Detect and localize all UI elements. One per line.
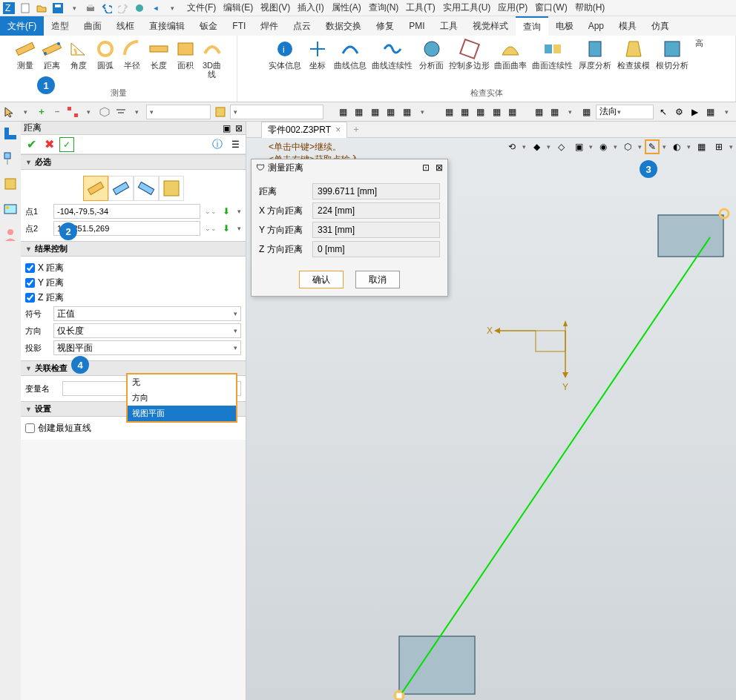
tab-fti[interactable]: FTI: [225, 16, 253, 36]
tb-gear-icon[interactable]: ⚙: [672, 105, 685, 119]
chk-xdist[interactable]: [25, 263, 35, 273]
btn-ctrlpoly[interactable]: 控制多边形: [449, 37, 490, 82]
tab-directedit[interactable]: 直接编辑: [142, 16, 192, 36]
tab-mold[interactable]: 模具: [611, 16, 644, 36]
dialog-pin-icon[interactable]: ⊡: [422, 162, 430, 173]
pt2-pick-icon[interactable]: ⬇: [220, 222, 233, 235]
proj-opt-direction[interactable]: 方向: [128, 390, 236, 406]
sidetab-image-icon[interactable]: [3, 202, 18, 217]
sidetab-box-icon[interactable]: [3, 176, 18, 191]
filter-dropdown-2[interactable]: ▾: [230, 105, 323, 119]
tab-dataex[interactable]: 数据交换: [318, 16, 369, 36]
btn-entityinfo[interactable]: i实体信息: [266, 37, 303, 82]
filter-dropdown-1[interactable]: ▾: [146, 105, 211, 119]
tab-shape[interactable]: 造型: [44, 16, 76, 36]
mode-2-icon[interactable]: [108, 176, 134, 201]
tab-vstyle[interactable]: 视觉样式: [465, 16, 516, 36]
qat-dropdown-icon[interactable]: ▾: [166, 2, 178, 14]
nav-left-icon[interactable]: ◄: [150, 2, 162, 14]
sidetab-measure-icon[interactable]: [3, 126, 18, 141]
box-icon[interactable]: [214, 105, 226, 119]
tab-surface[interactable]: 曲面: [76, 16, 109, 36]
btn-area[interactable]: 面积: [173, 37, 198, 82]
viewport[interactable]: 零件002.Z3PRT × ＋ <单击中键>继续。 <单击右键>获取点输入。 ⟲…: [246, 122, 736, 700]
btn-length[interactable]: 长度: [146, 37, 171, 82]
remove-icon[interactable]: －: [50, 105, 63, 119]
btn-curveinfo[interactable]: 曲线信息: [332, 37, 369, 82]
cursor-icon[interactable]: [3, 105, 16, 119]
tab-query[interactable]: 查询: [516, 16, 548, 36]
settings-icon[interactable]: ☰: [228, 137, 243, 152]
tab-wire[interactable]: 线框: [109, 16, 142, 36]
tb-play-icon[interactable]: ▶: [689, 105, 701, 119]
menu-view[interactable]: 视图(V): [260, 1, 290, 14]
menu-insert[interactable]: 插入(I): [298, 1, 323, 14]
tab-file[interactable]: 文件(F): [0, 16, 44, 36]
cancel-icon[interactable]: ✖: [42, 137, 56, 152]
menu-help[interactable]: 帮助(H): [575, 1, 605, 14]
redo-icon[interactable]: [117, 2, 129, 14]
doc-tab-close-icon[interactable]: ×: [335, 125, 341, 135]
tb-icon-10[interactable]: ▦: [506, 105, 519, 119]
tab-sheetmetal[interactable]: 钣金: [192, 16, 225, 36]
panel-restore-icon[interactable]: ▣: [223, 123, 231, 133]
menu-tools[interactable]: 工具(T): [406, 1, 435, 14]
btn-distance[interactable]: 距离: [39, 37, 65, 82]
btn-draft[interactable]: 检查拔模: [615, 37, 652, 82]
tb-icon-4[interactable]: ▦: [384, 105, 397, 119]
section-resultctrl[interactable]: 结果控制: [21, 241, 246, 257]
add-icon[interactable]: ＋: [35, 105, 47, 119]
chk-ydist[interactable]: [25, 278, 35, 288]
sidetab-user-icon[interactable]: [3, 227, 18, 242]
menu-file[interactable]: 文件(F): [187, 1, 216, 14]
menu-edit[interactable]: 编辑(E): [223, 1, 253, 14]
grid-select-icon[interactable]: [67, 105, 79, 119]
tb-icon-7[interactable]: ▦: [459, 105, 471, 119]
btn-more[interactable]: 高: [692, 37, 707, 82]
dialog-cancel-button[interactable]: 取消: [355, 271, 400, 288]
proj-opt-viewplane[interactable]: 视图平面: [128, 406, 236, 421]
tb-icon-5[interactable]: ▦: [400, 105, 413, 119]
undo-icon[interactable]: [101, 2, 113, 14]
btn-measure[interactable]: 测量: [13, 37, 38, 82]
pt2-chev-icon[interactable]: ⌄⌄: [205, 225, 215, 232]
btn-coord[interactable]: 坐标: [305, 37, 330, 82]
btn-surfcont[interactable]: 曲面连续性: [530, 37, 575, 82]
tb-icon-12[interactable]: ▦: [548, 105, 561, 119]
dialog-close-icon[interactable]: ⊠: [436, 162, 443, 173]
proj-opt-none[interactable]: 无: [128, 374, 236, 390]
mode-4-icon[interactable]: [159, 176, 184, 201]
print-icon[interactable]: [85, 2, 96, 14]
manager-icon[interactable]: [134, 2, 145, 14]
tb-icon-3[interactable]: ▦: [369, 105, 381, 119]
btn-thickness[interactable]: 厚度分析: [576, 37, 614, 82]
menu-query[interactable]: 查询(N): [369, 1, 399, 14]
btn-section[interactable]: 分析面: [416, 37, 447, 82]
filter-icon[interactable]: [114, 105, 127, 119]
menu-apps[interactable]: 应用(P): [498, 1, 528, 14]
tab-pointcloud[interactable]: 点云: [286, 16, 318, 36]
tb-icon-13[interactable]: ▦: [580, 105, 593, 119]
menu-attr[interactable]: 属性(A): [332, 1, 361, 14]
tab-repair[interactable]: 修复: [369, 16, 401, 36]
tab-app[interactable]: App: [581, 16, 611, 36]
new-icon[interactable]: [19, 2, 31, 14]
mode-3-icon[interactable]: [134, 176, 159, 201]
tab-tools[interactable]: 工具: [433, 16, 465, 36]
pt1-chev-icon[interactable]: ⌄⌄: [205, 208, 215, 215]
apply-icon[interactable]: ✓: [59, 137, 74, 152]
info-icon[interactable]: ⓘ: [210, 137, 225, 152]
pt1-input[interactable]: [53, 204, 200, 219]
btn-curvecont[interactable]: 曲线连续性: [370, 37, 415, 82]
tb-icon-end[interactable]: ▦: [704, 105, 717, 119]
hex-icon[interactable]: [99, 105, 111, 119]
open-icon[interactable]: [36, 2, 47, 14]
btn-surfcurv[interactable]: 曲面曲率: [492, 37, 529, 82]
tab-electrode[interactable]: 电极: [548, 16, 581, 36]
menu-window[interactable]: 窗口(W): [535, 1, 567, 14]
btn-curve3d[interactable]: 3D曲线: [200, 37, 225, 82]
tb-icon-8[interactable]: ▦: [474, 105, 487, 119]
ok-icon[interactable]: ✔: [24, 137, 39, 152]
doc-tab-add-icon[interactable]: ＋: [352, 123, 361, 136]
tb-icon-2[interactable]: ▦: [352, 105, 365, 119]
